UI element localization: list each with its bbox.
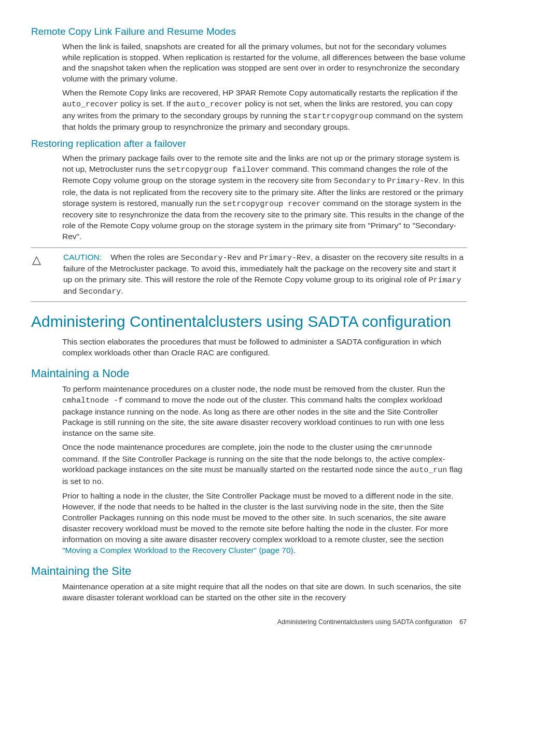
section-body: When the link is failed, snapshots are c…	[62, 42, 467, 133]
code: auto_recover	[187, 100, 243, 109]
section-body: This section elaborates the procedures t…	[62, 337, 467, 358]
paragraph: When the link is failed, snapshots are c…	[62, 42, 467, 85]
paragraph: Prior to halting a node in the cluster, …	[62, 491, 467, 556]
section-body: When the primary package fails over to t…	[62, 153, 467, 242]
paragraph: When the Remote Copy links are recovered…	[62, 88, 467, 132]
code: Secondary	[79, 287, 121, 296]
cross-reference-link[interactable]: "Moving a Complex Workload to the Recove…	[62, 546, 293, 555]
paragraph: To perform maintenance procedures on a c…	[62, 384, 467, 439]
code: auto_recover	[62, 100, 118, 109]
caution-label: CAUTION:	[63, 253, 102, 261]
code: Secondary	[334, 177, 376, 186]
caution-icon: △	[31, 252, 50, 298]
page-number: 67	[459, 618, 467, 626]
code: auto_run	[410, 466, 447, 475]
code: setrcopygroup failover	[167, 165, 270, 174]
section-heading-remote-copy: Remote Copy Link Failure and Resume Mode…	[31, 25, 467, 38]
page-footer: Administering Continentalclusters using …	[31, 618, 467, 627]
section-body: Maintenance operation at a site might re…	[62, 582, 467, 603]
code: cmrunnode	[390, 444, 432, 452]
paragraph: Maintenance operation at a site might re…	[62, 582, 467, 603]
code: Primary	[428, 276, 461, 285]
caution-block: △ CAUTION: When the roles are Secondary-…	[31, 247, 467, 302]
code: no	[92, 478, 102, 487]
code: Primary-Rev	[259, 254, 311, 263]
footer-section-title: Administering Continentalclusters using …	[277, 618, 452, 626]
section-heading-maintaining-site: Maintaining the Site	[31, 563, 467, 579]
section-heading-restoring: Restoring replication after a failover	[31, 137, 467, 150]
paragraph: Once the node maintenance procedures are…	[62, 442, 467, 488]
paragraph: This section elaborates the procedures t…	[62, 337, 467, 358]
code: Primary-Rev	[387, 177, 438, 186]
code: startrcopygroup	[303, 112, 373, 121]
caution-body: CAUTION: When the roles are Secondary-Re…	[63, 252, 467, 298]
code: cmhaltnode -f	[62, 396, 123, 405]
code: Secondary-Rev	[181, 254, 242, 263]
paragraph: When the primary package fails over to t…	[62, 153, 467, 242]
section-heading-administering: Administering Continentalclusters using …	[31, 311, 467, 333]
section-heading-maintaining-node: Maintaining a Node	[31, 366, 467, 381]
section-body: To perform maintenance procedures on a c…	[62, 384, 467, 556]
code: setrcopygroup recover	[222, 200, 320, 209]
